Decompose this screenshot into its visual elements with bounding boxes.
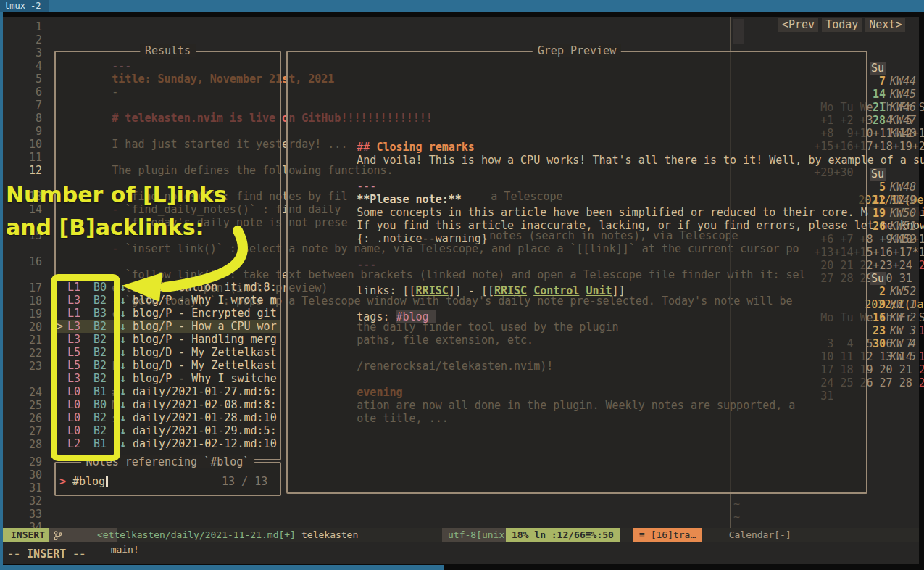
calendar-day-cell: 25 [919,259,924,272]
editor-background [3,17,919,564]
terminal-screen: tmux -2 1 2 3 4 5 6 7 8 [0,0,924,570]
calendar-day-cell: 22 [919,363,924,376]
calendar-day-cell: 1 [919,324,924,337]
window-bottom-border [0,565,444,570]
tmux-title-bar: tmux -2 [0,0,924,12]
calendar-day-cell: 15 [919,350,924,363]
tmux-window-title: tmux -2 [0,0,49,12]
calendar-day-cell: 29 [919,376,924,389]
